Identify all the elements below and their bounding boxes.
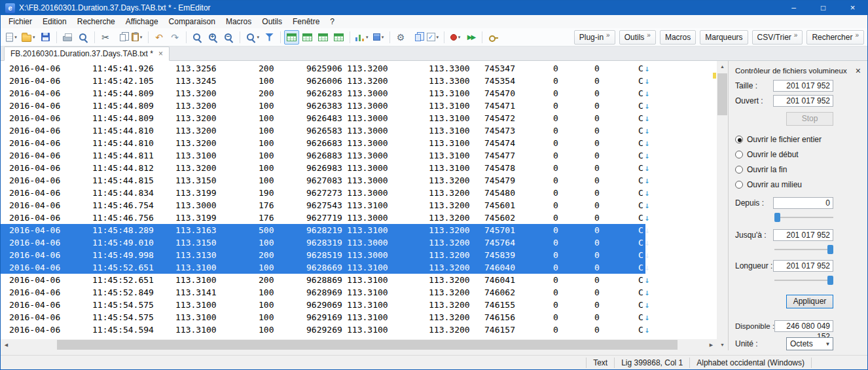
editor-line[interactable]: 2016-04-0611:45:44.815113.31501009627083… — [1, 174, 717, 187]
menu-item-fichier[interactable]: Fichier — [3, 15, 37, 28]
zoom-icon[interactable] — [190, 30, 205, 45]
dropdown-caret-icon[interactable]: ▾ — [437, 35, 439, 40]
toolbar-group-csvtrier[interactable]: CSV/Trier» — [752, 30, 803, 45]
dropdown-caret-icon[interactable]: ▾ — [257, 35, 260, 40]
new-file-icon[interactable]: ▾ — [4, 30, 19, 45]
radio-icon[interactable] — [735, 136, 743, 143]
dropdown-caret-icon[interactable]: ▾ — [33, 35, 35, 40]
radio-icon[interactable] — [735, 151, 743, 158]
editor-line[interactable]: 2016-04-0611:45:46.754113.30001769627543… — [1, 199, 717, 212]
record-macro-icon[interactable]: ▾ — [448, 30, 463, 45]
radio-option-ouvrirlafin[interactable]: Ouvrir la fin — [735, 165, 833, 174]
dropdown-caret-icon[interactable]: ▾ — [366, 35, 369, 40]
scroll-right-arrow-icon[interactable]: ▶ — [706, 339, 717, 350]
paste-icon[interactable]: ▾ — [130, 30, 145, 45]
csv-mode-icon[interactable] — [300, 30, 315, 45]
tab-close-icon[interactable]: × — [158, 49, 163, 58]
depuis-slider[interactable] — [774, 212, 833, 223]
normal-mode-icon[interactable] — [284, 30, 299, 45]
radio-option-ouvriraumilieu[interactable]: Ouvrir au milieu — [735, 180, 833, 189]
run-macro-icon[interactable]: ▶▶ — [463, 30, 479, 45]
text-editor[interactable]: 2016-04-0611:45:41.926113.32562009625906… — [1, 61, 717, 339]
filter-icon[interactable] — [262, 30, 277, 45]
longueur-field[interactable]: 201 017 952 — [773, 260, 833, 272]
editor-line[interactable]: 2016-04-0611:45:52.849113.31411009628969… — [1, 286, 717, 299]
compare-icon[interactable] — [409, 30, 424, 45]
editor-line[interactable]: 2016-04-0611:45:44.809113.32002009626283… — [1, 87, 717, 100]
depuis-field[interactable]: 0 — [773, 197, 833, 209]
editor-line[interactable]: 2016-04-0611:45:44.812113.32001009626983… — [1, 162, 717, 174]
longueur-slider[interactable] — [774, 275, 833, 286]
validate-icon[interactable]: ✓▾ — [425, 30, 441, 45]
menu-item-comparaison[interactable]: Comparaison — [164, 15, 221, 28]
dropdown-caret-icon[interactable]: ▾ — [140, 35, 143, 40]
dropdown-caret-icon[interactable]: ▾ — [382, 35, 384, 40]
title-bar[interactable]: e X:\FB.20160301.Duration.37.Days.TAB.tx… — [1, 1, 867, 15]
jusqua-field[interactable]: 201 017 952 — [773, 229, 833, 241]
editor-line[interactable]: 2016-04-0611:45:44.811113.31001009626883… — [1, 149, 717, 162]
copy-icon[interactable] — [114, 30, 129, 45]
vertical-scroll-thumb[interactable] — [717, 73, 727, 115]
editor-line[interactable]: 2016-04-0611:45:44.834113.31991909627273… — [1, 187, 717, 199]
chart-icon[interactable]: ▾ — [353, 30, 371, 45]
dropdown-caret-icon[interactable]: ▾ — [14, 35, 17, 40]
scroll-down-arrow-icon[interactable]: ▼ — [717, 339, 728, 350]
save-icon[interactable] — [38, 30, 53, 45]
find-icon[interactable]: ▾ — [244, 30, 262, 45]
maximize-button[interactable]: □ — [808, 1, 838, 15]
dropdown-caret-icon[interactable]: ▾ — [458, 35, 461, 40]
editor-line[interactable]: 2016-04-0611:45:46.756113.31991769627719… — [1, 212, 717, 224]
tsv-mode-icon[interactable] — [316, 30, 331, 45]
open-file-icon[interactable]: ▾ — [20, 30, 37, 45]
radio-option-ouvrirledebut[interactable]: Ouvrir le début — [735, 150, 833, 159]
redo-icon[interactable]: ↷ — [168, 30, 183, 45]
zoom-in-icon[interactable]: + — [206, 30, 221, 45]
editor-line[interactable]: 2016-04-0611:45:49.998113.31302009628519… — [1, 249, 717, 261]
user-csv-mode-icon[interactable] — [331, 30, 346, 45]
zoom-out-icon[interactable]: − — [221, 30, 236, 45]
editor-line[interactable]: 2016-04-0611:45:52.651113.31001009628669… — [1, 261, 717, 274]
menu-item-affichage[interactable]: Affichage — [120, 15, 164, 28]
menu-item-macros[interactable]: Macros — [221, 15, 257, 28]
radio-icon[interactable] — [735, 181, 743, 189]
toolbar-group-marqueurs[interactable]: Marqueurs — [700, 30, 748, 45]
menu-item-help[interactable]: ? — [325, 15, 340, 28]
editor-line[interactable]: 2016-04-0611:45:48.289113.31635009628219… — [1, 224, 717, 236]
horizontal-scroll-thumb[interactable] — [57, 340, 678, 350]
depuis-slider-thumb[interactable] — [774, 213, 780, 222]
overflow-chevron-icon[interactable]: » — [794, 31, 798, 39]
longueur-slider-thumb[interactable] — [827, 276, 833, 285]
jusqua-slider[interactable] — [774, 244, 833, 255]
menu-item-fenetre[interactable]: Fenêtre — [287, 15, 325, 28]
editor-line[interactable]: 2016-04-0611:45:44.810113.32001009626683… — [1, 137, 717, 149]
vertical-scrollbar[interactable]: ▲ ▼ — [717, 61, 728, 350]
passkey-icon[interactable] — [486, 30, 501, 45]
undo-icon[interactable]: ↶ — [152, 30, 167, 45]
cut-icon[interactable]: ✂ — [98, 30, 113, 45]
overflow-chevron-icon[interactable]: » — [855, 31, 859, 39]
print-icon[interactable] — [60, 30, 75, 45]
workspace-icon[interactable]: ▾ — [371, 30, 386, 45]
status-encoding[interactable]: Alphabet occidental (Windows) — [689, 358, 811, 368]
editor-line[interactable]: 2016-04-0611:45:54.575113.31001009629169… — [1, 311, 717, 324]
find-in-files-icon[interactable] — [76, 30, 91, 45]
editor-line[interactable]: 2016-04-0611:45:49.010113.31501009628319… — [1, 236, 717, 249]
editor-line[interactable]: 2016-04-0611:45:54.575113.31001009629069… — [1, 299, 717, 311]
toolbar-group-outils[interactable]: Outils» — [619, 30, 656, 45]
horizontal-scrollbar[interactable]: ◀ ▶ — [1, 339, 717, 350]
settings-icon[interactable]: ⚙ — [393, 30, 408, 45]
editor-line[interactable]: 2016-04-0611:45:44.809113.32001009626483… — [1, 112, 717, 124]
overflow-chevron-icon[interactable]: » — [606, 31, 610, 39]
menu-item-recherche[interactable]: Recherche — [72, 15, 120, 28]
radio-icon[interactable] — [735, 166, 743, 174]
editor-line[interactable]: 2016-04-0611:45:41.926113.32562009625906… — [1, 62, 717, 75]
jusqua-slider-thumb[interactable] — [827, 245, 833, 254]
overflow-chevron-icon[interactable]: » — [647, 31, 651, 39]
editor-line[interactable]: 2016-04-0611:45:44.810113.32001009626583… — [1, 124, 717, 137]
ouvert-field[interactable]: 201 017 952 — [773, 95, 833, 107]
menu-item-outils[interactable]: Outils — [257, 15, 287, 28]
stop-button[interactable]: Stop — [786, 112, 833, 126]
editor-line[interactable]: 2016-04-0611:45:54.594113.31001009629269… — [1, 324, 717, 336]
document-tab[interactable]: FB.20160301.Duration.37.Days.TAB.txt * × — [4, 46, 170, 61]
minimize-button[interactable]: – — [779, 1, 808, 15]
